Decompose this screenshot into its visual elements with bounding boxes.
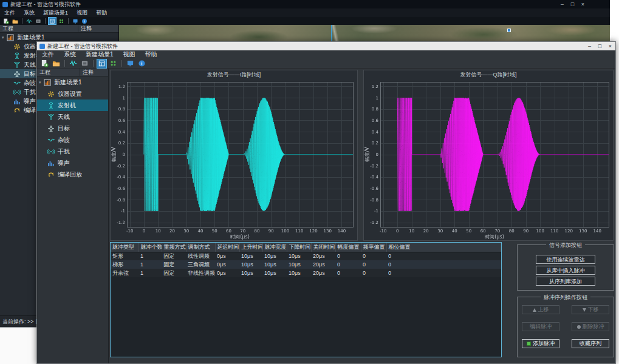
delete-dot-icon bbox=[577, 325, 581, 329]
tree-item-label: 天线 bbox=[24, 61, 36, 69]
tree-item-playback[interactable]: 编译回放 bbox=[37, 169, 108, 180]
expand-caret-icon[interactable]: ▾ bbox=[39, 80, 44, 85]
table-cell: 0 bbox=[386, 260, 501, 269]
col-prf-mode[interactable]: 重频方式 bbox=[162, 243, 186, 252]
snapshot-button[interactable] bbox=[35, 18, 42, 24]
tree-item-label: 目标 bbox=[58, 124, 70, 133]
menu-system[interactable]: 系统 bbox=[59, 50, 81, 59]
use-cw-radar-button[interactable]: 使用连续波雷达 bbox=[536, 255, 595, 264]
snapshot-button[interactable] bbox=[80, 59, 89, 68]
table-cell: 10μs bbox=[287, 252, 311, 260]
table-cell: 1 bbox=[139, 260, 162, 269]
col-fall-time[interactable]: 下降时间 bbox=[287, 243, 311, 252]
menu-file[interactable]: 文件 bbox=[0, 9, 19, 17]
tree-item-label: 发射机 bbox=[58, 101, 76, 110]
col-rise-time[interactable]: 上升时间 bbox=[239, 243, 262, 252]
pulse-ops-group: 脉冲序列操作按钮 上移 下移 编辑脉冲 删除脉冲 添加脉冲 收藏序列 bbox=[517, 297, 614, 357]
pulse-table-header: 脉冲类型 脉冲个数 重频方式 调制方式 延迟时间 上升时间 脉冲宽度 下降时间 … bbox=[111, 243, 501, 252]
table-cell: 20μs bbox=[311, 269, 335, 277]
col-modulation[interactable]: 调制方式 bbox=[186, 243, 215, 252]
desktop: 新建工程 - 雷达信号模拟软件 – □ × 文件 系统 新建场景1 视图 帮助 bbox=[0, 0, 619, 364]
table-row[interactable]: 升余弦1固定非线性调频0μs10μs10μs10μs20μs000 bbox=[111, 269, 501, 277]
col-pulse-type[interactable]: 脉冲类型 bbox=[111, 243, 139, 252]
table-cell: 0 bbox=[335, 260, 361, 269]
toolbar-separator bbox=[121, 60, 122, 67]
menu-system[interactable]: 系统 bbox=[19, 9, 39, 17]
col-delay-time[interactable]: 延迟时间 bbox=[215, 243, 239, 252]
tree-item-label: 杂波 bbox=[24, 79, 36, 87]
bg-minimize-button[interactable]: – bbox=[557, 1, 567, 7]
display-button[interactable] bbox=[126, 59, 135, 68]
tile-view-button[interactable] bbox=[58, 18, 65, 24]
q-channel-chart-panel: 发射信号——Q路[时域] bbox=[363, 70, 614, 241]
menu-view[interactable]: 视图 bbox=[72, 9, 92, 17]
col-amplitude-offset[interactable]: 幅度偏置 bbox=[335, 243, 361, 252]
tree-item-target[interactable]: 目标 bbox=[37, 123, 108, 134]
table-row[interactable]: 矩形1固定线性调频0μs10μs10μs10μs20μs000 bbox=[111, 252, 501, 260]
fg-titlebar[interactable]: 新建工程 - 雷达信号模拟软件 – □ × bbox=[37, 42, 615, 50]
expand-caret-icon[interactable]: ▾ bbox=[2, 35, 7, 40]
bg-close-button[interactable]: × bbox=[578, 1, 588, 7]
menu-scene[interactable]: 新建场景1 bbox=[81, 50, 118, 59]
fg-close-button[interactable]: × bbox=[605, 43, 615, 49]
table-cell: 1 bbox=[139, 252, 162, 260]
delete-pulse-button[interactable]: 删除脉冲 bbox=[572, 322, 609, 331]
tree-header: 工程 注释 bbox=[37, 69, 108, 76]
col-pulse-count[interactable]: 脉冲个数 bbox=[139, 243, 162, 252]
tree-item-noise[interactable]: 噪声 bbox=[37, 157, 108, 169]
menu-scene[interactable]: 新建场景1 bbox=[39, 9, 72, 17]
tree-col-note: 注释 bbox=[80, 69, 108, 76]
save-sequence-button[interactable]: 收藏序列 bbox=[572, 339, 609, 348]
col-frequency-offset[interactable]: 频率偏置 bbox=[361, 243, 386, 252]
i-channel-waveform-canvas[interactable] bbox=[111, 79, 357, 240]
about-button[interactable] bbox=[81, 18, 88, 24]
menu-help[interactable]: 帮助 bbox=[140, 50, 162, 59]
add-from-sequence-library-button[interactable]: 从序列库添加 bbox=[536, 277, 595, 286]
toolbar-separator bbox=[68, 18, 69, 24]
table-cell: 0 bbox=[361, 252, 386, 260]
table-cell: 10μs bbox=[262, 269, 287, 277]
tree-item-interference[interactable]: 干扰 bbox=[37, 146, 108, 157]
tree-item-transmitter[interactable]: 发射机 bbox=[37, 99, 108, 111]
scene-icon bbox=[7, 34, 14, 41]
table-cell: 0μs bbox=[215, 269, 239, 277]
tree-item-scene[interactable]: ▾新建场景1 bbox=[37, 76, 108, 88]
about-button[interactable] bbox=[137, 59, 146, 68]
tree-item-clutter[interactable]: 杂波 bbox=[37, 134, 108, 146]
table-cell: 固定 bbox=[162, 260, 186, 269]
tree-item-antenna[interactable]: 天线 bbox=[37, 111, 108, 123]
menu-view[interactable]: 视图 bbox=[118, 50, 140, 59]
new-project-button[interactable] bbox=[2, 18, 10, 24]
move-up-button[interactable]: 上移 bbox=[522, 305, 559, 314]
table-row[interactable]: 梯形1固定三角调频0μs10μs10μs10μs20μs000 bbox=[111, 260, 501, 269]
move-down-button[interactable]: 下移 bbox=[572, 305, 609, 314]
waveform-view-button[interactable] bbox=[69, 59, 78, 68]
layout-view-button[interactable] bbox=[97, 59, 106, 68]
add-pulse-button[interactable]: 添加脉冲 bbox=[522, 339, 559, 348]
menu-help[interactable]: 帮助 bbox=[92, 9, 111, 17]
main-window: 新建工程 - 雷达信号模拟软件 – □ × 文件 系统 新建场景1 视图 帮助 bbox=[36, 41, 616, 364]
layout-view-button[interactable] bbox=[49, 18, 56, 24]
waveform-view-button[interactable] bbox=[26, 18, 33, 24]
tile-view-button[interactable] bbox=[109, 59, 118, 68]
col-pulse-width[interactable]: 脉冲宽度 bbox=[262, 243, 287, 252]
table-cell: 10μs bbox=[287, 260, 311, 269]
display-button[interactable] bbox=[72, 18, 79, 24]
col-off-time[interactable]: 关闭时间 bbox=[311, 243, 335, 252]
fg-maximize-button[interactable]: □ bbox=[595, 43, 605, 49]
open-project-button[interactable] bbox=[12, 18, 19, 24]
table-cell: 0μs bbox=[215, 260, 239, 269]
bg-tree-item-scene[interactable]: ▾新建场景1 bbox=[0, 33, 118, 42]
col-phase-offset[interactable]: 相位偏置 bbox=[386, 243, 501, 252]
insert-pulse-from-library-button[interactable]: 从库中插入脉冲 bbox=[536, 266, 595, 275]
fg-minimize-button[interactable]: – bbox=[584, 43, 595, 49]
bg-titlebar: 新建工程 - 雷达信号模拟软件 – □ × bbox=[0, 0, 610, 8]
pulse-table: 脉冲类型 脉冲个数 重频方式 调制方式 延迟时间 上升时间 脉冲宽度 下降时间 … bbox=[111, 243, 501, 277]
edit-pulse-button[interactable]: 编辑脉冲 bbox=[522, 322, 559, 331]
q-channel-waveform-canvas[interactable] bbox=[364, 79, 613, 240]
new-project-button[interactable] bbox=[40, 59, 49, 68]
menu-file[interactable]: 文件 bbox=[37, 50, 59, 59]
tree-item-instrument[interactable]: 仪器设置 bbox=[37, 88, 108, 99]
open-project-button[interactable] bbox=[52, 59, 61, 68]
bg-maximize-button[interactable]: □ bbox=[567, 1, 578, 7]
